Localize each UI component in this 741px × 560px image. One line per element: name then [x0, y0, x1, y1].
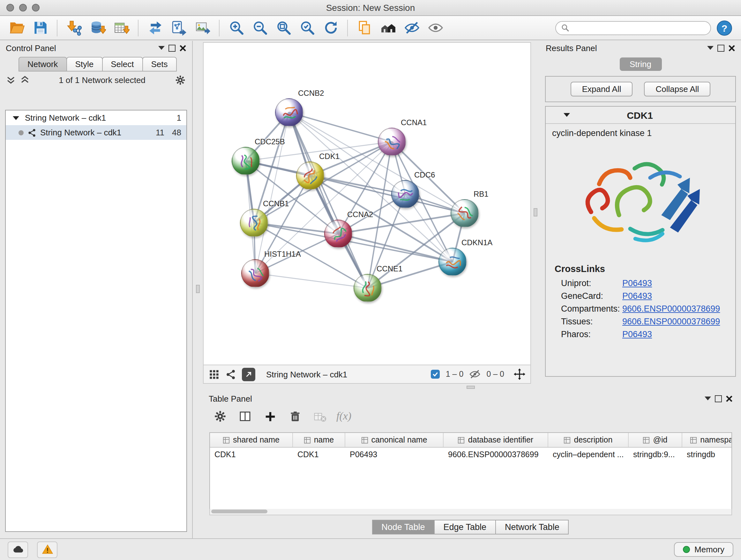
network-node-ccna1[interactable] — [378, 128, 406, 156]
share-network-icon[interactable] — [225, 369, 236, 380]
tab-sets[interactable]: Sets — [142, 57, 177, 71]
tab-style[interactable]: Style — [66, 57, 103, 71]
network-from-selection-button[interactable] — [169, 17, 189, 38]
splitter-grip[interactable] — [534, 208, 537, 216]
network-row-selected[interactable]: String Network – cdk1 11 48 — [6, 125, 186, 140]
network-edge[interactable] — [255, 273, 367, 288]
collapse-all-button[interactable]: Collapse All — [644, 82, 711, 97]
expand-all-icon[interactable] — [20, 75, 29, 84]
import-network-file-button[interactable] — [64, 17, 84, 38]
memory-button[interactable]: Memory — [674, 542, 733, 557]
network-node-ccne1[interactable] — [354, 274, 382, 302]
crosslink-link[interactable]: 9606.ENSP00000378699 — [622, 316, 720, 326]
network-node-cdc6[interactable] — [391, 180, 419, 208]
table-row[interactable]: CDK1CDK1P064939606.ENSP00000378699cyclin… — [210, 448, 731, 461]
table-cell[interactable]: P06493 — [345, 448, 444, 461]
panel-collapse-icon[interactable] — [704, 396, 711, 400]
network-node-hist1h1a[interactable] — [241, 259, 269, 287]
column-header-namespac[interactable]: namespac — [682, 433, 732, 447]
table-settings-button[interactable] — [212, 408, 228, 425]
tab-network[interactable]: Network — [18, 57, 67, 71]
network-node-rb1[interactable] — [451, 199, 479, 227]
entry-header[interactable]: CDK1 — [546, 107, 735, 124]
minimize-window-button[interactable] — [19, 4, 27, 11]
first-neighbors-button[interactable] — [378, 17, 398, 38]
expand-all-button[interactable]: Expand All — [570, 82, 633, 97]
column-header--id[interactable]: @id — [629, 433, 682, 447]
zoom-window-button[interactable] — [32, 4, 40, 11]
crosslink-link[interactable]: 9606.ENSP00000378699 — [622, 304, 720, 313]
table-cell[interactable]: 9606.ENSP00000378699 — [444, 448, 548, 461]
selected-checkbox-icon[interactable] — [431, 370, 440, 379]
panel-close-icon[interactable] — [728, 44, 735, 51]
function-builder-button[interactable]: f(x) — [336, 408, 351, 425]
table-cell[interactable]: stringdb — [682, 448, 732, 461]
cloud-button[interactable] — [8, 541, 28, 558]
network-node-ccna2[interactable] — [324, 220, 352, 248]
column-header-name[interactable]: name — [293, 433, 345, 447]
open-session-button[interactable] — [6, 17, 27, 38]
network-node-cdk1[interactable] — [296, 162, 324, 190]
table-cell[interactable]: CDK1 — [293, 448, 345, 461]
apply-layout-button[interactable] — [320, 17, 341, 38]
tree-caret-icon[interactable] — [13, 116, 19, 120]
table-cell[interactable]: CDK1 — [210, 448, 293, 461]
warnings-button[interactable] — [37, 541, 57, 558]
network-edge[interactable] — [289, 112, 367, 288]
import-network-database-button[interactable] — [87, 17, 108, 38]
show-columns-button[interactable] — [237, 408, 253, 425]
tab-network-table[interactable]: Network Table — [495, 520, 569, 535]
network-node-ccnb2[interactable] — [275, 98, 303, 126]
search-box[interactable] — [555, 21, 711, 35]
zoom-in-button[interactable] — [226, 17, 246, 38]
network-edge[interactable] — [255, 112, 289, 273]
copy-document-button[interactable] — [354, 17, 375, 38]
save-session-button[interactable] — [30, 17, 51, 38]
panel-close-icon[interactable] — [726, 395, 733, 402]
zoom-out-button[interactable] — [250, 17, 270, 38]
zoom-selected-button[interactable] — [297, 17, 317, 38]
table-cell[interactable]: cyclin–dependent ... — [548, 448, 629, 461]
panel-maximize-icon[interactable] — [169, 44, 176, 51]
swap-network-button[interactable] — [145, 17, 165, 38]
hidden-eye-slash-icon[interactable] — [469, 368, 481, 380]
help-button[interactable]: ? — [714, 17, 735, 38]
move-crosshair-icon[interactable] — [514, 368, 525, 380]
tab-node-table[interactable]: Node Table — [372, 520, 434, 535]
splitter-grip[interactable] — [467, 386, 475, 389]
network-node-cdkn1a[interactable] — [439, 248, 467, 276]
panel-collapse-icon[interactable] — [707, 46, 714, 50]
column-header-description[interactable]: description — [548, 433, 629, 447]
collapse-all-icon[interactable] — [6, 75, 15, 84]
tab-string[interactable]: String — [619, 57, 662, 71]
tab-select[interactable]: Select — [102, 57, 143, 71]
crosslink-link[interactable]: P06493 — [622, 291, 652, 300]
grid-icon[interactable] — [209, 369, 219, 380]
table-hscrollbar[interactable] — [209, 509, 732, 515]
network-canvas[interactable]: CCNB2CCNA1CDC25BCDK1CDC6RB1CCNB1CCNA2CDK… — [203, 42, 531, 365]
column-header-canonical-name[interactable]: canonical name — [345, 433, 444, 447]
network-node-cdc25b[interactable] — [232, 147, 260, 175]
hide-selected-button[interactable] — [401, 17, 422, 38]
panel-collapse-icon[interactable] — [158, 46, 165, 50]
network-node-ccnb1[interactable] — [240, 209, 268, 237]
crosslink-link[interactable]: P06493 — [622, 278, 652, 288]
search-input[interactable] — [573, 23, 705, 33]
zoom-fit-button[interactable] — [273, 17, 293, 38]
column-header-shared-name[interactable]: shared name — [210, 433, 293, 447]
entry-caret-icon[interactable] — [563, 113, 570, 117]
import-table-file-button[interactable] — [111, 17, 131, 38]
tab-edge-table[interactable]: Edge Table — [434, 520, 496, 535]
network-collection-row[interactable]: String Network – cdk1 1 — [6, 111, 186, 125]
open-external-view-button[interactable] — [242, 368, 255, 381]
crosslink-link[interactable]: P06493 — [622, 329, 652, 339]
panel-maximize-icon[interactable] — [718, 44, 724, 51]
panel-maximize-icon[interactable] — [715, 395, 722, 402]
splitter-grip[interactable] — [196, 285, 200, 293]
export-image-button[interactable] — [192, 17, 212, 38]
column-header-database-identifier[interactable]: database identifier — [444, 433, 548, 447]
gear-icon[interactable] — [175, 74, 186, 85]
table-cell[interactable]: stringdb:9... — [629, 448, 682, 461]
delete-table-button[interactable] — [312, 408, 328, 425]
add-column-button[interactable] — [262, 408, 278, 425]
